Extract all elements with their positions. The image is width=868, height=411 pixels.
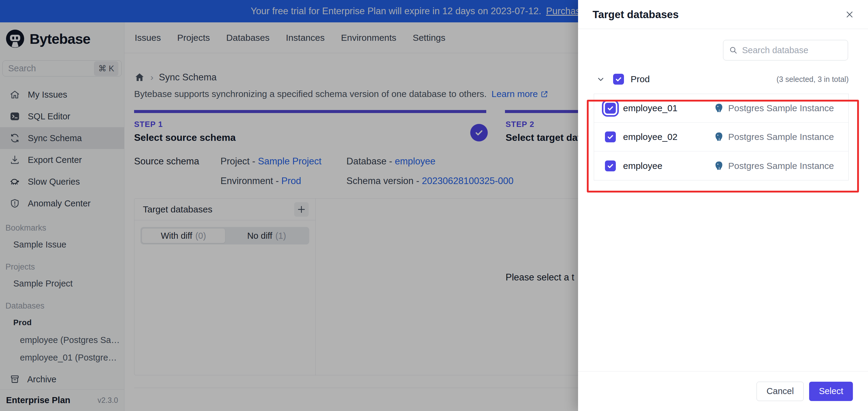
selection-summary: (3 selected, 3 in total) (776, 75, 849, 84)
red-annotation-box (587, 100, 859, 193)
drawer-header: Target databases (578, 0, 868, 29)
drawer-search-row (578, 29, 868, 60)
target-databases-drawer: Target databases Prod (3 selected, 3 in … (578, 0, 868, 411)
environment-group-row: Prod (3 selected, 3 in total) (578, 74, 868, 85)
chevron-down-icon[interactable] (596, 75, 605, 84)
prod-group-checkbox[interactable] (613, 74, 624, 85)
close-icon[interactable] (844, 9, 855, 20)
database-search-input[interactable] (742, 45, 839, 55)
search-icon (729, 46, 738, 55)
environment-group-name: Prod (630, 74, 650, 84)
modal-backdrop (0, 0, 578, 411)
drawer-footer: Cancel Select (578, 371, 868, 411)
drawer-title: Target databases (593, 8, 679, 21)
cancel-button[interactable]: Cancel (756, 382, 804, 401)
select-button[interactable]: Select (809, 382, 853, 401)
database-search-box[interactable] (723, 40, 848, 60)
